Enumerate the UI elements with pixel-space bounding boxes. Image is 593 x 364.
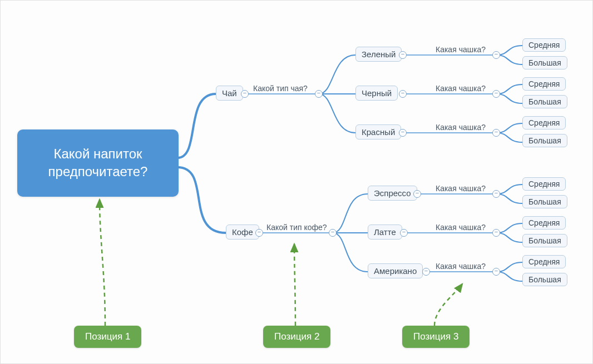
- position-badge-3: Позиция 3: [402, 326, 470, 348]
- leaf-label: Средняя: [528, 179, 560, 188]
- root-label: Какой напиток предпочитаете?: [48, 146, 148, 179]
- leaf-large[interactable]: Большая: [522, 234, 567, 247]
- collapse-icon[interactable]: [413, 190, 421, 198]
- collapse-icon[interactable]: [492, 190, 500, 198]
- collapse-icon[interactable]: [492, 129, 500, 137]
- position-label: Позиция 2: [274, 331, 319, 342]
- leaf-large[interactable]: Большая: [522, 134, 567, 147]
- collapse-icon[interactable]: [492, 51, 500, 59]
- collapse-icon[interactable]: [399, 90, 407, 98]
- collapse-icon[interactable]: [492, 268, 500, 276]
- collapse-icon[interactable]: [492, 229, 500, 237]
- collapse-icon[interactable]: [400, 229, 408, 237]
- leaf-medium[interactable]: Средняя: [522, 216, 566, 230]
- root-node[interactable]: Какой напиток предпочитаете?: [17, 129, 179, 197]
- leaf-label: Средняя: [528, 118, 560, 127]
- position-badge-2: Позиция 2: [263, 326, 330, 348]
- leaf-medium[interactable]: Средняя: [522, 177, 566, 191]
- node-espresso[interactable]: Эспрессо: [368, 186, 417, 201]
- edge-label-cup: Какая чашка?: [436, 262, 486, 271]
- leaf-large[interactable]: Большая: [522, 273, 567, 286]
- collapse-icon[interactable]: [422, 268, 430, 276]
- leaf-label: Средняя: [528, 257, 560, 266]
- leaf-large[interactable]: Большая: [522, 56, 567, 69]
- collapse-icon[interactable]: [329, 229, 337, 237]
- node-green[interactable]: Зеленый: [355, 47, 402, 62]
- node-latte[interactable]: Латте: [368, 225, 402, 240]
- edge-label-tea-type: Какой тип чая?: [253, 84, 308, 93]
- node-green-label: Зеленый: [362, 49, 396, 59]
- edge-label-coffee-type: Какой тип кофе?: [266, 223, 327, 232]
- node-red-label: Красный: [362, 127, 395, 137]
- position-label: Позиция 1: [85, 331, 130, 342]
- leaf-label: Средняя: [528, 41, 560, 49]
- leaf-medium[interactable]: Средняя: [522, 116, 566, 129]
- leaf-medium[interactable]: Средняя: [522, 77, 566, 91]
- node-americano[interactable]: Американо: [368, 263, 423, 278]
- node-americano-label: Американо: [374, 266, 417, 276]
- node-black[interactable]: Черный: [355, 86, 398, 101]
- edge-label-cup: Какая чашка?: [436, 184, 486, 193]
- collapse-icon[interactable]: [241, 90, 249, 98]
- edge-label-cup: Какая чашка?: [436, 123, 486, 132]
- node-tea-label: Чай: [222, 88, 237, 98]
- edge-label-cup: Какая чашка?: [436, 84, 486, 93]
- node-red[interactable]: Красный: [355, 124, 401, 139]
- collapse-icon[interactable]: [399, 129, 407, 137]
- node-tea[interactable]: Чай: [216, 86, 243, 101]
- leaf-label: Большая: [528, 58, 561, 67]
- node-coffee[interactable]: Кофе: [226, 225, 259, 240]
- leaf-label: Большая: [528, 97, 561, 106]
- edge-label-cup: Какая чашка?: [436, 223, 486, 232]
- position-badge-1: Позиция 1: [74, 326, 141, 348]
- leaf-label: Большая: [528, 197, 561, 206]
- leaf-label: Большая: [528, 236, 561, 245]
- collapse-icon[interactable]: [255, 229, 263, 237]
- leaf-large[interactable]: Большая: [522, 195, 567, 208]
- collapse-icon[interactable]: [399, 51, 407, 59]
- edge-label-cup: Какая чашка?: [436, 45, 486, 54]
- node-espresso-label: Эспрессо: [374, 188, 411, 198]
- diagram-canvas: Какой напиток предпочитаете? Чай Какой т…: [0, 0, 593, 364]
- leaf-large[interactable]: Большая: [522, 95, 567, 108]
- leaf-medium[interactable]: Средняя: [522, 255, 566, 268]
- node-black-label: Черный: [362, 88, 392, 98]
- node-latte-label: Латте: [374, 227, 396, 237]
- collapse-icon[interactable]: [492, 90, 500, 98]
- node-coffee-label: Кофе: [232, 227, 253, 237]
- leaf-label: Большая: [528, 275, 561, 284]
- position-label: Позиция 3: [413, 331, 458, 342]
- leaf-label: Большая: [528, 136, 561, 145]
- leaf-label: Средняя: [528, 218, 560, 227]
- collapse-icon[interactable]: [315, 90, 323, 98]
- leaf-medium[interactable]: Средняя: [522, 38, 566, 52]
- leaf-label: Средняя: [528, 79, 560, 88]
